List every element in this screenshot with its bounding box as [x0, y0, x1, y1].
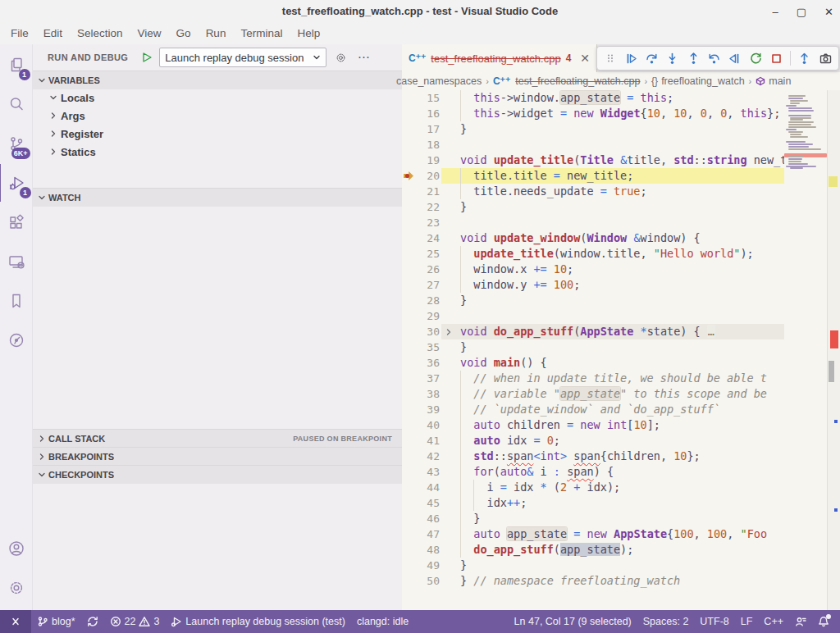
- status-sync[interactable]: [81, 610, 104, 633]
- indent-guide: [460, 246, 461, 262]
- status-language-mode[interactable]: C++: [758, 610, 789, 633]
- breadcrumb-item-1[interactable]: C⁺⁺test_freefloating_watch.cpp: [493, 75, 641, 87]
- activity-item-explorer[interactable]: 1: [0, 46, 33, 84]
- status-label: C++: [764, 616, 783, 627]
- activity-item-run-and-debug[interactable]: 1: [0, 164, 34, 202]
- section-checkpoints[interactable]: CHECKPOINTS: [33, 465, 402, 484]
- step-out-button[interactable]: [684, 48, 703, 68]
- start-debug-button[interactable]: [139, 50, 154, 65]
- tab-test-freefloating-watch[interactable]: C⁺⁺ test_freefloating_watch.cpp 4 ✕: [402, 44, 597, 72]
- remote-indicator[interactable]: [0, 610, 31, 633]
- code-text: // when in update title, we should be ab…: [460, 371, 784, 386]
- indent-guide: [460, 371, 461, 386]
- menu-item-help[interactable]: Help: [290, 23, 327, 44]
- activity-item-search[interactable]: [0, 85, 33, 123]
- breadcrumb-label: test_freefloating_watch.cpp: [515, 75, 640, 87]
- code-text: }: [460, 339, 784, 355]
- step-into-button[interactable]: [663, 48, 682, 68]
- status-clangd[interactable]: clangd: idle: [351, 610, 414, 633]
- search-icon: [7, 95, 25, 113]
- indent-guide: [460, 526, 461, 542]
- close-button[interactable]: ✕: [824, 6, 833, 18]
- snapshot-button[interactable]: [816, 48, 835, 68]
- scrollbar-handle[interactable]: [829, 361, 834, 382]
- indent-guide: [460, 90, 461, 106]
- line-number: 26: [410, 262, 440, 277]
- activity-badge: 1: [20, 187, 31, 198]
- menu-item-go[interactable]: Go: [169, 23, 199, 44]
- status-cursor-position[interactable]: Ln 47, Col 17 (9 selected): [509, 610, 637, 633]
- debug-settings-gear-icon[interactable]: [331, 48, 349, 66]
- line-number: 24: [410, 230, 440, 246]
- section-variables[interactable]: VARIABLES: [33, 71, 402, 89]
- line-number: 16: [410, 106, 440, 121]
- breadcrumb-item-main[interactable]: main: [756, 75, 791, 87]
- debug-toolbar: [596, 46, 839, 71]
- minimap[interactable]: [784, 90, 827, 610]
- indent-guide: [460, 262, 461, 277]
- activity-item-remote-explorer[interactable]: [0, 243, 33, 280]
- code-text: i = idx * (2 + idx);: [460, 480, 784, 495]
- editor-group: C⁺⁺ test_freefloating_watch.cpp 4 ✕ case…: [402, 44, 840, 610]
- section-call-stack[interactable]: CALL STACKPAUSED ON BREAKPOINT: [33, 429, 402, 448]
- menu-item-terminal[interactable]: Terminal: [233, 23, 290, 44]
- breadcrumb-item-2[interactable]: {}freefloating_watch: [651, 75, 744, 87]
- drag-grip-button[interactable]: [600, 48, 619, 68]
- jump-up-button[interactable]: [795, 48, 814, 68]
- menu-item-run[interactable]: Run: [199, 23, 234, 44]
- code-text: void main() {: [460, 355, 784, 371]
- stop-button[interactable]: [767, 48, 786, 68]
- continue-button[interactable]: [621, 48, 640, 68]
- restart-button[interactable]: [746, 48, 765, 68]
- activity-item-bookmarks[interactable]: [0, 282, 33, 320]
- launch-config-select[interactable]: Launch replay debug session: [159, 48, 326, 67]
- breadcrumb-item-0[interactable]: case_namespaces: [396, 75, 482, 87]
- activity-item-extensions[interactable]: [0, 203, 33, 241]
- code-line-48: 48 do_app_stuff(app_state);: [402, 542, 784, 558]
- status-problems[interactable]: 223: [104, 610, 166, 633]
- status-branch[interactable]: blog*: [31, 610, 81, 633]
- step-back-button[interactable]: [705, 48, 724, 68]
- variables-item-args[interactable]: Args: [33, 107, 402, 125]
- variables-item-statics[interactable]: Statics: [33, 143, 402, 161]
- fold-collapsed-icon[interactable]: [445, 324, 454, 339]
- activity-item-accounts[interactable]: [0, 530, 33, 567]
- section-label: BREAKPOINTS: [48, 452, 114, 462]
- section-breakpoints[interactable]: BREAKPOINTS: [33, 447, 402, 466]
- activity-item-source-control[interactable]: 6K+: [0, 125, 33, 162]
- notification-dot: [826, 614, 831, 619]
- gear-icon: [7, 579, 25, 597]
- menu-item-selection[interactable]: Selection: [70, 23, 130, 44]
- status-eol[interactable]: LF: [735, 610, 759, 633]
- status-notifications[interactable]: [812, 610, 835, 633]
- activity-item-timeline[interactable]: [0, 321, 33, 359]
- menu-item-edit[interactable]: Edit: [36, 23, 70, 44]
- activity-bar: 16K+1: [0, 44, 33, 610]
- maximize-button[interactable]: ▢: [797, 6, 806, 18]
- run-and-debug-sidebar: RUN AND DEBUG Launch replay debug sessio…: [33, 44, 402, 610]
- minimize-button[interactable]: –: [773, 6, 778, 18]
- step-over-button[interactable]: [642, 48, 661, 68]
- overview-ruler[interactable]: [827, 90, 840, 610]
- code-line-37: 37 // when in update title, we should be…: [402, 371, 784, 386]
- code-editor[interactable]: 15 this->window.app_state = this;16 this…: [402, 90, 784, 610]
- status-indentation[interactable]: Spaces: 2: [637, 610, 695, 633]
- code-line-36: 36void main() {: [402, 355, 784, 371]
- activity-item-settings[interactable]: [0, 569, 33, 607]
- tab-close-icon[interactable]: ✕: [580, 52, 590, 64]
- account-icon: [7, 540, 25, 558]
- menu-item-view[interactable]: View: [130, 23, 169, 44]
- reverse-continue-button[interactable]: [725, 48, 744, 68]
- variables-item-locals[interactable]: Locals: [33, 89, 402, 107]
- variables-item-register[interactable]: Register: [33, 125, 402, 143]
- status-feedback[interactable]: [789, 610, 812, 633]
- status-debug-session[interactable]: Launch replay debug session (test): [165, 610, 351, 633]
- views-more-actions-button[interactable]: ⋯: [354, 48, 372, 66]
- section-watch[interactable]: WATCH: [33, 188, 402, 207]
- menu-item-file[interactable]: File: [3, 23, 36, 44]
- line-number: 37: [410, 371, 440, 386]
- status-encoding[interactable]: UTF-8: [694, 610, 734, 633]
- code-line-38: 38 // variable "app_state" to this scope…: [402, 386, 784, 402]
- code-text: auto children = new int[10];: [460, 417, 784, 433]
- breadcrumb-separator: ›: [486, 76, 489, 86]
